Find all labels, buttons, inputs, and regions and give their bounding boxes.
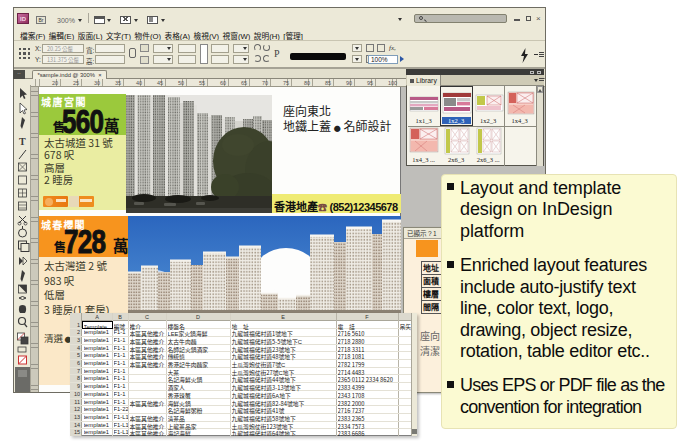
svg-text:55: 55 — [199, 80, 205, 86]
svg-text:100: 100 — [388, 80, 397, 86]
svg-text:90: 90 — [346, 80, 352, 86]
svg-text:20: 20 — [52, 80, 58, 86]
svg-text:60: 60 — [220, 80, 226, 86]
svg-text:85: 85 — [325, 80, 331, 86]
svg-text:35: 35 — [115, 80, 121, 86]
svg-text:70: 70 — [262, 80, 268, 86]
svg-text:95: 95 — [367, 80, 373, 86]
svg-text:65: 65 — [241, 80, 247, 86]
svg-text:40: 40 — [136, 80, 142, 86]
svg-text:50: 50 — [178, 80, 184, 86]
svg-text:30: 30 — [94, 80, 100, 86]
svg-text:80: 80 — [304, 80, 310, 86]
svg-text:T: T — [19, 136, 26, 147]
svg-text:75: 75 — [283, 80, 289, 86]
svg-text:45: 45 — [157, 80, 163, 86]
svg-text:25: 25 — [73, 80, 79, 86]
